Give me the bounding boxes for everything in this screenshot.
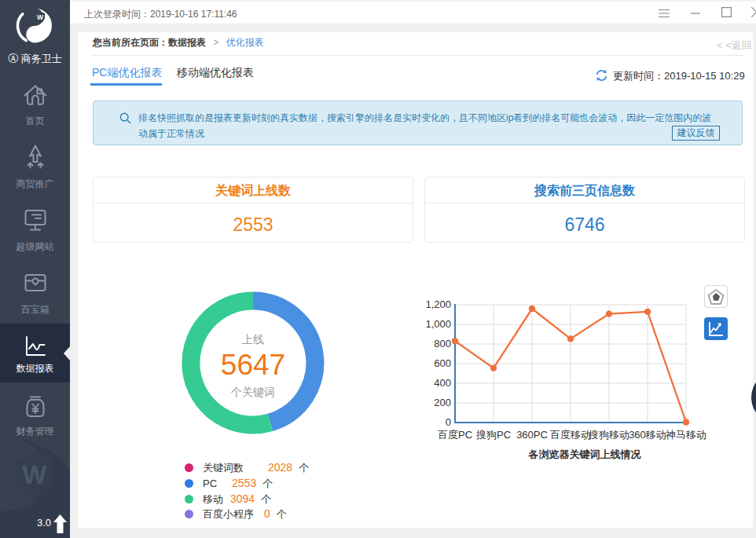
svg-text:360移动: 360移动 [629, 429, 666, 441]
svg-text:600: 600 [434, 357, 451, 369]
svg-text:W: W [37, 13, 44, 21]
svg-text:0: 0 [446, 416, 451, 428]
svg-text:搜狗移动: 搜狗移动 [588, 429, 629, 441]
svg-text:W: W [22, 461, 46, 490]
svg-text:800: 800 [434, 338, 451, 350]
svg-text:神马移动: 神马移动 [665, 429, 706, 441]
svg-text:400: 400 [434, 377, 451, 389]
svg-text:百度PC: 百度PC [438, 429, 472, 441]
svg-text:360PC: 360PC [516, 429, 548, 441]
svg-text:百度移动: 百度移动 [550, 429, 591, 441]
svg-text:1,200: 1,200 [425, 298, 451, 310]
svg-text:1,000: 1,000 [425, 318, 451, 330]
svg-text:搜狗PC: 搜狗PC [475, 429, 511, 441]
svg-text:200: 200 [434, 397, 451, 408]
